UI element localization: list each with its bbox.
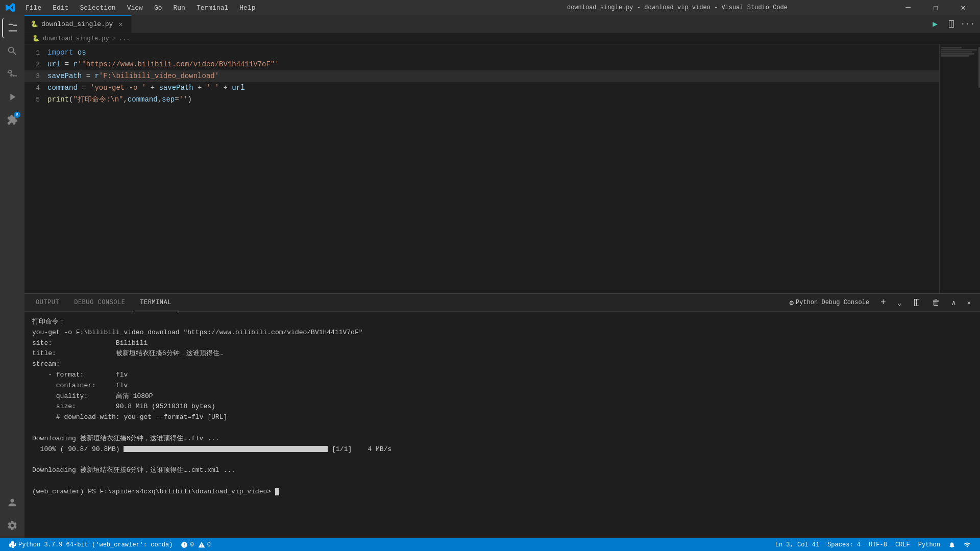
status-line-ending[interactable]: CRLF <box>891 541 914 548</box>
activity-account[interactable] <box>2 492 22 513</box>
status-right: Ln 3, Col 41 Spaces: 4 UTF-8 CRLF Python <box>771 541 975 548</box>
remote-icon <box>964 541 971 548</box>
menu-selection[interactable]: Selection <box>75 3 120 13</box>
activity-search[interactable] <box>2 41 22 61</box>
extensions-badge: 6 <box>14 112 20 118</box>
statusbar: Python 3.7.9 64-bit ('web_crawler': cond… <box>0 538 980 551</box>
menu-view[interactable]: View <box>122 3 148 13</box>
code-content-4: command = 'you-get -o ' + savePath + ' '… <box>47 82 939 93</box>
more-actions-button[interactable]: ··· <box>961 17 975 31</box>
menu-file[interactable]: File <box>20 3 46 13</box>
panel-tab-terminal[interactable]: TERMINAL <box>134 294 178 311</box>
close-button[interactable]: ✕ <box>951 0 975 15</box>
term-progress-line: 100% ( 90.8/ 90.8MB) [1/1] 4 MB/s <box>32 444 972 455</box>
activity-settings[interactable] <box>2 515 22 536</box>
titlebar-menu: File Edit Selection View Go Run Terminal… <box>20 3 458 13</box>
code-line-1: 1 import os <box>24 47 939 59</box>
warning-count: 0 <box>207 541 211 548</box>
line-number-3: 3 <box>24 71 47 82</box>
minimize-button[interactable]: ─ <box>896 0 920 15</box>
term-line-2: you-get -o F:\bilibili_video_download "h… <box>32 328 972 338</box>
menu-help[interactable]: Help <box>234 3 260 13</box>
split-editor-button[interactable] <box>944 17 959 31</box>
panel: OUTPUT DEBUG CONSOLE TERMINAL ⚙ Python D… <box>24 293 980 538</box>
tab-close-button[interactable]: ✕ <box>116 19 125 29</box>
term-line-7: container: flv <box>32 381 972 391</box>
terminal-content[interactable]: 打印命令： you-get -o F:\bilibili_video_downl… <box>24 312 980 538</box>
activity-run[interactable] <box>2 87 22 107</box>
add-terminal-button[interactable]: + <box>876 296 890 309</box>
line-number-2: 2 <box>24 59 47 70</box>
status-notifications-bell[interactable] <box>944 541 960 548</box>
status-encoding[interactable]: UTF-8 <box>865 541 891 548</box>
panel-tabs: OUTPUT DEBUG CONSOLE TERMINAL ⚙ Python D… <box>24 294 980 312</box>
panel-tab-debug-console[interactable]: DEBUG CONSOLE <box>68 294 131 311</box>
terminal-cursor <box>275 488 279 495</box>
status-spaces[interactable]: Spaces: 4 <box>823 541 865 548</box>
vscode-logo-icon <box>5 3 15 13</box>
breadcrumb-file[interactable]: download_single.py <box>43 35 109 42</box>
panel-actions: ⚙ Python Debug Console + ⌄ 🗑 ∧ <box>786 294 975 311</box>
tab-bar: 🐍 download_single.py ✕ <box>24 15 928 33</box>
maximize-button[interactable]: ☐ <box>924 0 947 15</box>
breadcrumb-separator: > <box>112 35 116 42</box>
split-terminal-button[interactable] <box>909 297 925 308</box>
python-version-label: Python 3.7.9 64-bit ('web_crawler': cond… <box>18 541 173 548</box>
minimap <box>939 44 980 293</box>
terminal-icon: ⚙ <box>790 298 794 307</box>
terminal-label: Python Debug Console <box>796 299 869 306</box>
menu-run[interactable]: Run <box>168 3 190 13</box>
error-count: 0 <box>190 541 193 548</box>
line-number-1: 1 <box>24 47 47 59</box>
terminal-instance-label[interactable]: ⚙ Python Debug Console <box>786 297 873 308</box>
code-line-4: 4 command = 'you-get -o ' + savePath + '… <box>24 82 939 94</box>
tab-download-single[interactable]: 🐍 download_single.py ✕ <box>24 15 132 33</box>
tab-label: download_single.py <box>41 20 113 28</box>
menu-edit[interactable]: Edit <box>47 3 74 13</box>
term-line-9: size: 90.8 MiB (95210318 bytes) <box>32 402 972 412</box>
breadcrumb-icon: 🐍 <box>32 35 40 42</box>
term-line-10: # download-with: you-get --format=flv [U… <box>32 412 972 423</box>
panel-tab-output[interactable]: OUTPUT <box>30 294 65 311</box>
code-editor[interactable]: 1 import os 2 url = r'"https://www.bilib… <box>24 44 939 293</box>
activity-bar: 6 <box>0 15 24 538</box>
minimap-content <box>940 44 980 60</box>
activity-bottom <box>2 492 22 538</box>
move-panel-button[interactable]: ∧ <box>947 297 960 308</box>
term-prompt-line: (web_crawler) PS F:\spiders4cxq\bilibili… <box>32 487 972 497</box>
term-line-blank-2 <box>32 455 972 465</box>
status-language[interactable]: Python <box>914 541 944 548</box>
term-line-3: site: Bilibili <box>32 338 972 349</box>
main-layout: 6 🐍 download_single.py ✕ ▶ <box>0 15 980 538</box>
close-panel-button[interactable]: ✕ <box>963 298 975 308</box>
breadcrumb: 🐍 download_single.py > ... <box>24 33 980 44</box>
activity-extensions[interactable]: 6 <box>2 110 22 130</box>
status-remote[interactable] <box>960 541 975 548</box>
activity-explorer[interactable] <box>2 18 22 38</box>
term-line-downloading-1: Downloading 被新垣结衣狂揍6分钟，这谁顶得住….flv ... <box>32 434 972 444</box>
menu-terminal[interactable]: Terminal <box>191 3 233 13</box>
code-content-1: import os <box>47 47 939 58</box>
terminal-dropdown-button[interactable]: ⌄ <box>893 297 905 308</box>
breadcrumb-context[interactable]: ... <box>119 35 130 42</box>
window-controls: ─ ☐ ✕ <box>896 0 975 15</box>
error-icon <box>181 541 188 548</box>
status-errors[interactable]: 0 0 <box>177 538 214 551</box>
code-line-2: 2 url = r'"https://www.bilibili.com/vide… <box>24 59 939 70</box>
term-line-8: quality: 高清 1080P <box>32 391 972 402</box>
line-number-4: 4 <box>24 83 47 94</box>
kill-terminal-button[interactable]: 🗑 <box>928 297 944 309</box>
run-button[interactable]: ▶ <box>928 17 942 31</box>
warning-icon <box>198 541 205 548</box>
window-title: download_single.py - download_vip_video … <box>458 4 896 11</box>
python-file-icon: 🐍 <box>31 20 38 28</box>
activity-source-control[interactable] <box>2 64 22 84</box>
term-line-blank-3 <box>32 476 972 487</box>
python-icon <box>9 541 16 548</box>
status-python-version[interactable]: Python 3.7.9 64-bit ('web_crawler': cond… <box>5 538 177 551</box>
status-position[interactable]: Ln 3, Col 41 <box>771 541 823 548</box>
code-line-5: 5 print("打印命令:\n",command,sep='') <box>24 94 939 106</box>
code-content-5: print("打印命令:\n",command,sep='') <box>47 94 939 105</box>
menu-go[interactable]: Go <box>149 3 167 13</box>
editor-area: 🐍 download_single.py ✕ ▶ ··· 🐍 download_… <box>24 15 980 538</box>
